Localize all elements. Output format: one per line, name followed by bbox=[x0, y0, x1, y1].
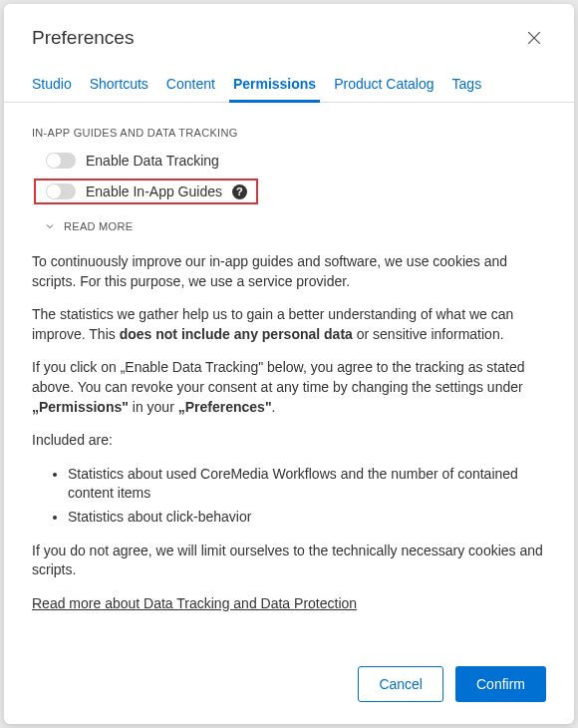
read-more-link[interactable]: Read more about Data Tracking and Data P… bbox=[32, 595, 357, 611]
body-link-wrapper: Read more about Data Tracking and Data P… bbox=[32, 594, 546, 614]
dialog-title: Preferences bbox=[32, 27, 134, 49]
section-title: IN-APP GUIDES AND DATA TRACKING bbox=[32, 127, 546, 139]
toggle-label-in-app-guides: Enable In-App Guides bbox=[86, 183, 222, 199]
body-p2: The statistics we gather help us to gain… bbox=[32, 305, 546, 344]
toggle-row-in-app-guides: Enable In-App Guides ? bbox=[34, 179, 258, 204]
body-p3a: If you click on „Enable Data Tracking" b… bbox=[32, 359, 524, 395]
body-p4: Included are: bbox=[32, 431, 546, 451]
tab-studio[interactable]: Studio bbox=[32, 68, 72, 102]
tabs: Studio Shortcuts Content Permissions Pro… bbox=[4, 68, 574, 103]
body-p1: To continuously improve our in-app guide… bbox=[32, 252, 546, 291]
dialog-header: Preferences bbox=[4, 4, 574, 68]
close-button[interactable] bbox=[522, 26, 546, 50]
list-item: Statistics about used CoreMedia Workflow… bbox=[68, 465, 546, 504]
body-p3b: „Permissions" bbox=[32, 399, 129, 415]
body-p3d: „Preferences" bbox=[178, 399, 272, 415]
tab-tags[interactable]: Tags bbox=[452, 68, 482, 102]
toggle-in-app-guides[interactable] bbox=[46, 183, 76, 199]
chevron-down-icon bbox=[44, 220, 56, 232]
preferences-dialog: Preferences Studio Shortcuts Content Per… bbox=[4, 4, 574, 724]
toggle-data-tracking[interactable] bbox=[46, 153, 76, 169]
dialog-footer: Cancel Confirm bbox=[4, 650, 574, 724]
help-icon[interactable]: ? bbox=[232, 184, 247, 199]
body-p5: If you do not agree, we will limit ourse… bbox=[32, 542, 546, 580]
tab-content[interactable]: Content bbox=[166, 68, 215, 102]
tab-shortcuts[interactable]: Shortcuts bbox=[90, 68, 148, 102]
tab-permissions[interactable]: Permissions bbox=[233, 68, 316, 102]
body-p3: If you click on „Enable Data Tracking" b… bbox=[32, 358, 546, 417]
read-more-toggle[interactable]: READ MORE bbox=[44, 220, 546, 232]
tab-product-catalog[interactable]: Product Catalog bbox=[334, 68, 434, 102]
confirm-button[interactable]: Confirm bbox=[455, 666, 546, 702]
body-p3e: . bbox=[272, 399, 276, 415]
close-icon bbox=[524, 28, 544, 48]
cancel-button[interactable]: Cancel bbox=[358, 666, 443, 702]
body-p3c: in your bbox=[129, 399, 178, 415]
list-item: Statistics about click-behavior bbox=[68, 508, 546, 528]
toggle-label-data-tracking: Enable Data Tracking bbox=[86, 153, 219, 169]
content-area: IN-APP GUIDES AND DATA TRACKING Enable D… bbox=[4, 103, 574, 650]
body-p2c: or sensitive information. bbox=[353, 326, 504, 342]
body-list: Statistics about used CoreMedia Workflow… bbox=[32, 465, 546, 528]
read-more-label: READ MORE bbox=[64, 220, 133, 232]
toggle-row-data-tracking: Enable Data Tracking bbox=[46, 151, 546, 171]
body-p2b: does not include any personal data bbox=[120, 326, 353, 342]
